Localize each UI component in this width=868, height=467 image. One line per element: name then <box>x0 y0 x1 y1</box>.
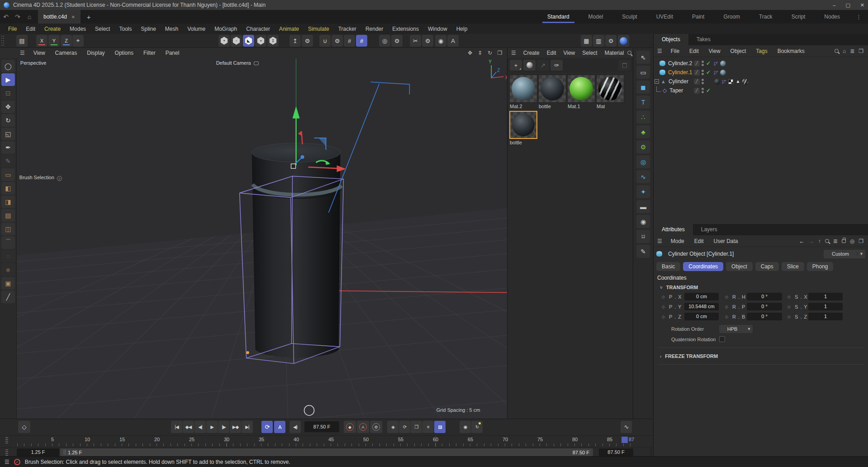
menu-create[interactable]: Create <box>40 26 65 32</box>
film-icon[interactable]: ▬ <box>636 200 650 213</box>
text-icon[interactable]: T <box>636 95 650 109</box>
loop-playback-button[interactable]: ⟳ <box>261 421 273 433</box>
prev-key-button[interactable]: ◆◀ <box>183 421 194 433</box>
menu-simulate[interactable]: Simulate <box>304 26 334 32</box>
cube-primitive-icon[interactable]: ◧ <box>1 182 15 195</box>
layout-tab-paint[interactable]: Paint <box>683 10 714 24</box>
viewport-solo-button[interactable]: ◉ <box>435 35 446 47</box>
goto-end-button[interactable]: ▶| <box>242 421 253 433</box>
current-frame-field[interactable]: 87.50 F <box>304 421 339 432</box>
menu-edit[interactable]: Edit <box>21 26 40 32</box>
spline-icon[interactable]: ∿ <box>636 170 650 183</box>
key-rotation-button[interactable]: ⟳ <box>399 421 410 433</box>
edit-toggle-icon[interactable]: ╱ <box>694 88 700 94</box>
objects-search-icon[interactable] <box>835 48 839 54</box>
history-back-icon[interactable]: ← <box>799 238 805 244</box>
tab-close-icon[interactable]: × <box>71 14 75 20</box>
render-view-button[interactable]: ▦ <box>581 35 592 47</box>
key-scale-button[interactable]: ❒ <box>411 421 422 433</box>
attributes-hamburger-icon[interactable]: ☰ <box>654 238 666 244</box>
sz-field[interactable]: 1 <box>808 313 843 320</box>
menu-help[interactable]: Help <box>452 26 472 32</box>
edit-toggle-icon[interactable]: ╱ <box>694 79 700 85</box>
tool-help-icon[interactable]: ? <box>57 176 62 181</box>
add-material-button[interactable]: + <box>510 60 522 71</box>
lock-y-axis-button[interactable]: Y <box>48 35 60 47</box>
layout-tab-model[interactable]: Model <box>579 10 613 24</box>
objects-external-icon[interactable]: ❐ <box>859 48 863 54</box>
tab-layers[interactable]: Layers <box>693 224 726 235</box>
visibility-dots[interactable] <box>702 79 704 84</box>
prev-frame-button[interactable]: ◀| <box>194 421 206 433</box>
phong-tag-icon[interactable]: ◸ <box>722 79 726 84</box>
object-row[interactable]: ◇ Taper ╱ ✓ <box>654 86 868 95</box>
preview-range-button[interactable]: ↻ <box>471 421 483 433</box>
objects-menu-bookmarks[interactable]: Bookmarks <box>773 48 810 54</box>
object-row[interactable]: Cylinder.2 ╱ ✓ ◸ <box>654 59 868 68</box>
menu-volume[interactable]: Volume <box>183 26 210 32</box>
attr-tab-object[interactable]: Object <box>726 262 753 271</box>
autokey-frame-button[interactable]: A <box>274 421 285 433</box>
torus-icon[interactable]: ◎ <box>636 155 650 168</box>
annotation-pen-icon[interactable]: ✎ <box>636 245 650 258</box>
parent-object-icon[interactable]: ↑ <box>818 238 821 244</box>
rectangle-spline-icon[interactable]: ▭ <box>1 168 15 181</box>
range-start-field[interactable]: 1.25 F <box>17 448 59 456</box>
objects-menu-edit[interactable]: Edit <box>684 48 704 54</box>
phong-tag-icon[interactable]: ◸ <box>714 70 718 75</box>
timeline-ruler[interactable]: 510152025303540455055606570758085 87 <box>0 435 653 447</box>
viewport-menu-item[interactable]: View <box>28 50 50 56</box>
model-mode-button[interactable]: ▪ <box>255 35 266 47</box>
rotate-view-icon[interactable]: ↻ <box>486 50 493 56</box>
layout-overflow-icon[interactable]: ⋮ <box>849 14 868 20</box>
pan-view-icon[interactable]: ✥ <box>466 50 474 56</box>
keying-settings-button[interactable]: ⚙ <box>370 421 382 433</box>
tab-attributes[interactable]: Attributes <box>654 224 693 235</box>
material-menu-item[interactable]: Edit <box>543 50 560 56</box>
enable-grid-button[interactable]: # <box>344 35 355 47</box>
layout-tab-script[interactable]: Script <box>782 10 815 24</box>
add-keyframe-button[interactable]: ◇ <box>18 421 30 433</box>
attr-tab-caps[interactable]: Caps <box>755 262 779 271</box>
material-tag-icon[interactable] <box>742 79 748 85</box>
key-filter-button[interactable]: ▨ <box>434 421 446 433</box>
key-diamond-icon[interactable]: ◇ <box>662 305 669 309</box>
lock-x-axis-button[interactable]: X <box>36 35 47 47</box>
attr-tab-coordinates[interactable]: Coordinates <box>683 262 723 271</box>
layout-tab-sculpt[interactable]: Sculpt <box>612 10 646 24</box>
attr-tab-basic[interactable]: Basic <box>656 262 680 271</box>
cloner-icon[interactable]: ∴ <box>636 110 650 124</box>
fcurve-editor-button[interactable]: ∿ <box>621 421 632 433</box>
material-menu-item[interactable]: View <box>560 50 579 56</box>
object-axis-mode-button[interactable]: ↥ <box>267 35 279 47</box>
menu-tools[interactable]: Tools <box>114 26 136 32</box>
object-name[interactable]: Cylinder.2 <box>668 60 692 67</box>
menu-select[interactable]: Select <box>90 26 114 32</box>
redo-icon[interactable]: ↷ <box>12 13 24 20</box>
playback-settings-button[interactable]: ◉ <box>460 421 471 433</box>
play-button[interactable]: ▶ <box>206 421 218 433</box>
home-icon[interactable]: ⌂ <box>24 13 35 20</box>
goto-material-button[interactable]: ↗ <box>537 60 549 71</box>
menu-spline[interactable]: Spline <box>136 26 160 32</box>
undo-icon[interactable]: ↶ <box>0 13 12 20</box>
visibility-dots[interactable] <box>702 61 704 66</box>
object-name[interactable]: Cylinder <box>669 78 688 85</box>
menu-character[interactable]: Character <box>242 26 275 32</box>
rectangle-selection-tool-icon[interactable]: ⊡ <box>1 87 15 100</box>
objects-home-icon[interactable]: ⌂ <box>843 48 846 54</box>
key-position-button[interactable]: ◈ <box>387 421 398 433</box>
target-icon[interactable]: ◎ <box>850 238 854 244</box>
expand-icon[interactable]: − <box>655 79 659 84</box>
attr-menu-user-data[interactable]: User Data <box>708 238 743 244</box>
objects-menu-object[interactable]: Object <box>726 48 751 54</box>
layout-tab-standard[interactable]: Standard <box>538 10 579 24</box>
render-ball-button[interactable] <box>618 35 629 47</box>
key-diamond-icon[interactable]: ◇ <box>787 315 795 319</box>
camera-icon[interactable]: ◉ <box>636 215 650 228</box>
attributes-search-icon[interactable] <box>825 238 829 244</box>
eyedropper-button[interactable]: ✑ <box>550 60 563 71</box>
lock-z-axis-button[interactable]: Z <box>61 35 72 47</box>
cloner-icon[interactable]: ▤ <box>1 209 15 222</box>
material-tag-icon[interactable] <box>720 61 726 67</box>
